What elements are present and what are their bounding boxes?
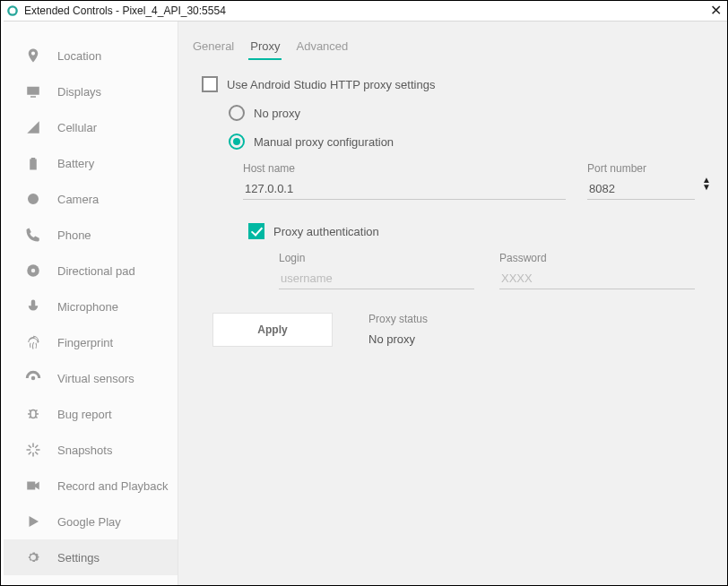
sidebar-item-snapshot[interactable]: Snapshots xyxy=(4,432,178,468)
sidebar-item-label: Snapshots xyxy=(57,444,112,457)
fingerprint-icon xyxy=(25,334,41,350)
camera-icon xyxy=(25,191,41,207)
proxy-form: Use Android Studio HTTP proxy settings N… xyxy=(189,76,706,347)
battery-icon xyxy=(25,155,41,171)
sidebar-item-location[interactable]: Location xyxy=(4,38,178,73)
window-close-button[interactable]: ✕ xyxy=(710,4,722,17)
sidebar-item-label: Record and Playback xyxy=(57,479,169,493)
proxy-auth-row[interactable]: Proxy authentication xyxy=(248,223,706,239)
use-studio-proxy-label: Use Android Studio HTTP proxy settings xyxy=(227,78,435,91)
dpad-icon xyxy=(25,263,41,279)
port-label: Port number xyxy=(587,162,695,175)
cellular-icon xyxy=(25,119,41,135)
content-pane: GeneralProxyAdvanced Use Android Studio … xyxy=(178,22,727,585)
displays-icon xyxy=(25,83,41,99)
sidebar-item-label: Virtual sensors xyxy=(57,372,134,385)
login-field: Login xyxy=(279,252,474,289)
manual-proxy-row[interactable]: Manual proxy configuration xyxy=(229,134,706,150)
login-label: Login xyxy=(279,252,474,264)
play-icon xyxy=(25,513,41,530)
sensors-icon xyxy=(25,370,41,386)
port-field: Port number ▲ ▼ xyxy=(587,162,695,200)
sidebar-item-phone[interactable]: Phone xyxy=(4,217,178,253)
svg-point-2 xyxy=(31,269,36,273)
location-icon xyxy=(25,47,41,64)
sidebar-item-label: Settings xyxy=(57,551,100,564)
sidebar-item-label: Google Play xyxy=(57,515,121,529)
sidebar-item-mic[interactable]: Microphone xyxy=(4,289,178,324)
no-proxy-label: No proxy xyxy=(254,107,300,120)
settings-icon xyxy=(25,549,41,565)
password-label: Password xyxy=(499,252,695,264)
svg-point-3 xyxy=(31,376,36,381)
proxy-auth-checkbox[interactable] xyxy=(248,223,264,239)
port-input[interactable] xyxy=(587,178,695,200)
sidebar: LocationDisplaysCellularBatteryCameraPho… xyxy=(4,22,178,585)
tab-proxy[interactable]: Proxy xyxy=(248,38,282,60)
sidebar-item-record[interactable]: Record and Playback xyxy=(4,468,178,504)
sidebar-item-help[interactable]: Help xyxy=(4,575,178,585)
sidebar-item-label: Fingerprint xyxy=(57,336,113,349)
tab-general[interactable]: General xyxy=(191,38,236,60)
record-icon xyxy=(25,478,41,494)
sidebar-item-play[interactable]: Google Play xyxy=(4,504,178,539)
login-input[interactable] xyxy=(279,268,474,289)
sidebar-item-displays[interactable]: Displays xyxy=(4,73,178,109)
mic-icon xyxy=(25,298,41,315)
no-proxy-row[interactable]: No proxy xyxy=(229,105,706,121)
sidebar-item-label: Location xyxy=(57,49,101,63)
port-spinner[interactable]: ▲ ▼ xyxy=(702,177,711,191)
sidebar-item-cellular[interactable]: Cellular xyxy=(4,109,178,145)
sidebar-item-label: Microphone xyxy=(57,300,118,314)
manual-proxy-label: Manual proxy configuration xyxy=(254,135,394,149)
phone-icon xyxy=(25,227,41,243)
proxy-status-label: Proxy status xyxy=(368,313,428,325)
sidebar-item-label: Displays xyxy=(57,85,101,99)
sidebar-item-battery[interactable]: Battery xyxy=(4,145,178,181)
bug-icon xyxy=(25,406,41,422)
sidebar-item-label: Phone xyxy=(57,228,91,242)
proxy-status-value: No proxy xyxy=(368,332,428,346)
sidebar-item-label: Bug report xyxy=(57,408,112,421)
proxy-auth-label: Proxy authentication xyxy=(273,225,379,238)
use-studio-proxy-checkbox[interactable] xyxy=(202,76,218,92)
manual-proxy-radio[interactable] xyxy=(229,134,245,150)
snapshot-icon xyxy=(25,442,41,458)
host-field: Host name xyxy=(243,162,566,200)
port-spinner-down-icon[interactable]: ▼ xyxy=(702,184,711,191)
sidebar-item-label: Camera xyxy=(57,193,99,206)
sidebar-item-sensors[interactable]: Virtual sensors xyxy=(4,360,178,396)
sidebar-item-dpad[interactable]: Directional pad xyxy=(4,253,178,289)
host-label: Host name xyxy=(243,162,566,175)
sidebar-item-settings[interactable]: Settings xyxy=(4,539,178,575)
window-titlebar: Extended Controls - Pixel_4_API_30:5554 … xyxy=(1,1,727,21)
sidebar-item-label: Directional pad xyxy=(57,264,135,278)
app-icon xyxy=(6,4,19,17)
password-field: Password xyxy=(499,252,695,289)
sidebar-item-camera[interactable]: Camera xyxy=(4,181,178,217)
proxy-status-block: Proxy status No proxy xyxy=(368,313,428,346)
apply-button[interactable]: Apply xyxy=(212,313,333,347)
window-title: Extended Controls - Pixel_4_API_30:5554 xyxy=(24,4,226,17)
sidebar-item-label: Cellular xyxy=(57,121,97,134)
sidebar-item-fingerprint[interactable]: Fingerprint xyxy=(4,324,178,360)
sidebar-item-bug[interactable]: Bug report xyxy=(4,396,178,432)
host-input[interactable] xyxy=(243,178,566,200)
sidebar-item-label: Battery xyxy=(57,157,94,170)
password-input[interactable] xyxy=(499,268,695,289)
use-studio-proxy-row[interactable]: Use Android Studio HTTP proxy settings xyxy=(202,76,706,92)
tabs: GeneralProxyAdvanced xyxy=(189,38,706,60)
no-proxy-radio[interactable] xyxy=(229,105,245,121)
tab-advanced[interactable]: Advanced xyxy=(294,38,350,60)
